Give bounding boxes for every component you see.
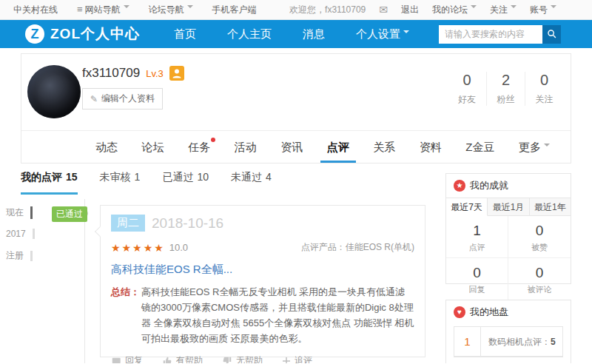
profile-card: fx3110709 Lv.3 ✎ 编辑个人资料 0 好友 2 粉丝 0 关注	[21, 53, 571, 164]
star-rating-icons: ★★★★★	[111, 242, 165, 254]
review-product-link[interactable]: 点评产品：佳能EOS R(单机)	[301, 241, 414, 254]
thumbs-down-icon	[222, 356, 232, 364]
logout-link[interactable]: 退出	[401, 4, 419, 16]
ach-tab-7days[interactable]: 最近7天	[446, 198, 488, 216]
summary-text: 高科技佳能EOS R全幅无反专业相机 采用的是一块具有低通滤镜的3000万像素C…	[141, 284, 414, 346]
mobile-client-link[interactable]: 手机客户端	[212, 4, 257, 16]
main-tabs: 动态 论坛 任务 活动 资讯 点评 关系 资料 Z金豆 更多	[21, 130, 571, 163]
achievements-panel: ★ 我的成就 最近7天 最近1月 最近1年 1 点评 0 被赞 0 回复 0 被…	[445, 173, 571, 284]
territory-header: ♥ 我的地盘	[446, 300, 571, 324]
ach-stat-commented[interactable]: 0 被评论	[508, 257, 571, 300]
rating-row: ★★★★★ 10.0 点评产品：佳能EOS R(单机)	[111, 241, 414, 254]
subtab-pending[interactable]: 未审核1	[100, 171, 141, 195]
hamburger-icon: ≡	[77, 4, 83, 15]
ach-tab-1year[interactable]: 最近1年	[530, 198, 571, 216]
forum-nav-link[interactable]: 论坛导航	[149, 4, 193, 16]
ach-stat-reviews[interactable]: 1 点评	[446, 216, 508, 257]
tab-dynamics[interactable]: 动态	[95, 131, 118, 163]
plus-icon	[282, 357, 291, 364]
member-badge-icon[interactable]	[169, 66, 184, 81]
site-home-link[interactable]: 中关村在线	[13, 4, 58, 16]
summary-label: 总结：	[111, 284, 140, 346]
unhelpful-button[interactable]: 无帮助	[222, 354, 263, 363]
stat-friends[interactable]: 0 好友	[448, 72, 486, 106]
timeline-line	[84, 199, 85, 363]
territory-rank: 1	[454, 327, 481, 356]
chevron-down-icon	[124, 5, 130, 11]
tab-activities[interactable]: 活动	[235, 131, 257, 163]
tab-profile-data[interactable]: 资料	[420, 131, 442, 163]
message-envelope-icon[interactable]: ✉	[379, 4, 388, 16]
zol-logo-icon: Z	[25, 24, 44, 44]
chevron-down-icon	[403, 30, 409, 36]
reply-button[interactable]: 回复	[111, 354, 143, 363]
tab-zgold[interactable]: Z金豆	[465, 131, 494, 163]
welcome-text: 欢迎您，fx3110709	[289, 4, 366, 16]
tab-forum[interactable]: 论坛	[142, 131, 164, 163]
site-nav-link[interactable]: ≡网站导航	[77, 4, 130, 16]
search-input[interactable]	[439, 25, 542, 44]
profile-stats: 0 好友 2 粉丝 0 关注	[448, 72, 563, 106]
status-badge-approved: 已通过	[52, 206, 87, 222]
helpful-button[interactable]: 有帮助	[162, 354, 203, 363]
navbar-menu: 首页 个人主页 消息 个人设置	[174, 27, 409, 41]
ach-stat-replies[interactable]: 0 回复	[446, 257, 508, 300]
tab-tasks[interactable]: 任务	[188, 131, 210, 163]
tab-more[interactable]: 更多	[519, 131, 550, 163]
subtab-my-reviews[interactable]: 我的点评15	[21, 171, 78, 195]
edit-profile-button[interactable]: ✎ 编辑个人资料	[82, 88, 163, 109]
follow-up-review-button[interactable]: 追评	[282, 354, 312, 363]
nav-item-settings[interactable]: 个人设置	[356, 27, 409, 41]
rating-value: 10.0	[169, 242, 188, 253]
review-header: 周二 2018-10-16	[111, 215, 414, 232]
chevron-down-icon	[551, 5, 556, 11]
subtab-rejected[interactable]: 未通过4	[231, 171, 272, 195]
territory-table: 1 数码相机点评：5 篇	[454, 326, 563, 357]
tab-news[interactable]: 资讯	[280, 131, 303, 163]
timeline-marker	[33, 229, 35, 239]
review-date: 2018-10-16	[152, 215, 223, 232]
brand[interactable]: Z ZOL个人中心	[25, 24, 140, 44]
chevron-down-icon	[544, 144, 550, 149]
username: fx3110709	[82, 66, 140, 81]
stat-fans[interactable]: 2 粉丝	[486, 72, 525, 106]
nav-item-personal-page[interactable]: 个人主页	[227, 27, 272, 41]
profile-header: fx3110709 Lv.3 ✎ 编辑个人资料 0 好友 2 粉丝 0 关注	[21, 54, 571, 130]
territory-category-link[interactable]: 数码相机点评：5 篇	[481, 327, 562, 356]
name-row: fx3110709 Lv.3	[82, 66, 184, 81]
search-icon	[547, 29, 557, 39]
weekday-badge: 周二	[111, 215, 145, 232]
main-navbar: Z ZOL个人中心 首页 个人主页 消息 个人设置	[0, 20, 592, 48]
review-summary: 总结： 高科技佳能EOS R全幅无反专业相机 采用的是一块具有低通滤镜的3000…	[111, 284, 414, 346]
nav-item-messages[interactable]: 消息	[303, 27, 325, 41]
star-circle-icon: ★	[454, 180, 465, 192]
follow-link[interactable]: 关注	[490, 4, 517, 16]
review-card: 周二 2018-10-16 ★★★★★ 10.0 点评产品：佳能EOS R(单机…	[100, 205, 426, 357]
subtab-approved[interactable]: 已通过10	[162, 171, 209, 195]
ach-stat-liked[interactable]: 0 被赞	[508, 216, 571, 257]
achievements-grid: 1 点评 0 被赞 0 回复 0 被评论	[446, 216, 571, 300]
my-forum-link[interactable]: 我的论坛	[432, 4, 477, 16]
tab-relations[interactable]: 关系	[373, 131, 395, 163]
search-button[interactable]	[542, 25, 561, 44]
territory-row: 1 数码相机点评：5 篇	[454, 327, 562, 357]
stat-following[interactable]: 0 关注	[525, 72, 563, 106]
timeline-register[interactable]: 注册	[6, 249, 33, 262]
review-subtabs: 我的点评15 未审核1 已通过10 未通过4	[21, 171, 272, 195]
chevron-down-icon	[471, 5, 477, 11]
tab-reviews[interactable]: 点评	[327, 131, 349, 163]
topbar-left-links: 中关村在线 ≡网站导航 论坛导航 手机客户端	[13, 4, 257, 16]
profile-info: fx3110709 Lv.3 ✎ 编辑个人资料	[82, 66, 184, 109]
timeline-now[interactable]: 现在	[6, 206, 33, 219]
ach-tab-1month[interactable]: 最近1月	[488, 198, 529, 216]
account-link[interactable]: 账号	[530, 4, 556, 16]
chevron-down-icon	[187, 5, 193, 11]
nav-item-home[interactable]: 首页	[174, 27, 196, 41]
avatar[interactable]	[27, 65, 81, 118]
timeline-2017[interactable]: 2017	[6, 229, 35, 239]
achievements-tabs: 最近7天 最近1月 最近1年	[446, 198, 571, 216]
achievements-header: ★ 我的成就	[446, 174, 571, 198]
review-title-link[interactable]: 高科技佳能EOS R全幅...	[111, 263, 414, 277]
level-label: Lv.3	[146, 68, 164, 79]
heart-circle-icon: ♥	[454, 306, 465, 318]
